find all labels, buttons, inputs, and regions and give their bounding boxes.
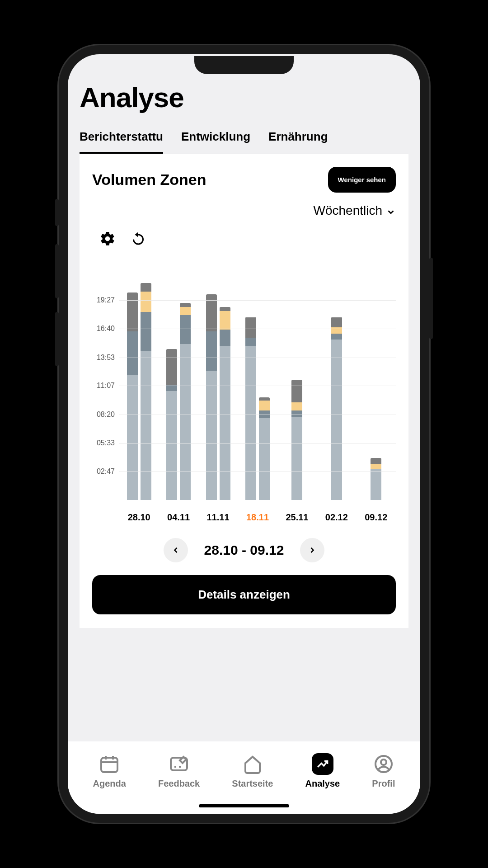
bar-segment-accent (141, 292, 151, 312)
tab-berichterstattu[interactable]: Berichterstattu (80, 130, 163, 154)
details-button[interactable]: Details anzeigen (92, 575, 396, 614)
bar-segment-base (180, 344, 191, 500)
bar-segment-accent (220, 311, 230, 330)
phone-frame: Analyse BerichterstattuEntwicklungErnähr… (59, 45, 429, 823)
bar-group (331, 317, 342, 500)
home-indicator (199, 804, 289, 807)
bar-planned[interactable] (371, 458, 381, 500)
nav-label: Startseite (232, 778, 273, 789)
chevron-down-icon (386, 206, 396, 216)
next-range-button[interactable] (300, 538, 324, 562)
nav-item-feedback[interactable]: Feedback (158, 753, 200, 789)
bar-group (291, 380, 302, 500)
svg-point-8 (381, 760, 386, 765)
bar-segment-top (245, 317, 256, 338)
bar-segment-top (141, 283, 151, 291)
startseite-icon (242, 753, 263, 775)
bar-actual[interactable] (259, 397, 270, 500)
bar-segment-mid (331, 334, 342, 340)
nav-item-analyse[interactable]: Analyse (305, 753, 340, 789)
bar-segment-base (331, 340, 342, 500)
x-tick-label: 18.11 (246, 512, 269, 523)
bar-segment-accent (291, 402, 302, 410)
bar-segment-base (245, 346, 256, 500)
show-less-button[interactable]: Weniger sehen (328, 167, 396, 193)
power-button (429, 258, 433, 339)
bar-segment-accent (371, 464, 381, 469)
bar-segment-mid (220, 330, 230, 346)
bar-actual[interactable] (180, 303, 191, 500)
nav-label: Feedback (158, 778, 200, 789)
y-tick-label: 19:27 (97, 296, 115, 304)
bar-group (371, 458, 381, 500)
bar-segment-top (291, 380, 302, 402)
bar-planned[interactable] (331, 317, 342, 500)
range-label: 28.10 - 09.12 (204, 542, 284, 558)
card-title: Volumen Zonen (92, 171, 206, 189)
x-tick-label: 04.11 (167, 512, 190, 523)
bar-segment-mid (141, 312, 151, 351)
nav-label: Profil (372, 778, 395, 789)
tab-ernährung[interactable]: Ernährung (268, 130, 328, 154)
nav-item-profil[interactable]: Profil (372, 753, 395, 789)
bar-planned[interactable] (291, 380, 302, 500)
nav-item-startseite[interactable]: Startseite (232, 753, 273, 789)
notch (194, 56, 294, 74)
screen: Analyse BerichterstattuEntwicklungErnähr… (68, 54, 420, 814)
x-tick-label: 28.10 (128, 512, 150, 523)
period-selector[interactable]: Wöchentlich (80, 193, 408, 218)
bar-segment-top (371, 458, 381, 464)
y-tick-label: 05:33 (97, 439, 115, 447)
x-tick-label: 02.12 (325, 512, 348, 523)
bar-segment-base (166, 391, 177, 500)
bar-segment-top (127, 292, 138, 331)
x-tick-label: 11.11 (207, 512, 230, 523)
bar-group (206, 294, 230, 500)
bar-group (245, 317, 270, 500)
bottom-nav: AgendaFeedbackStartseiteAnalyseProfil (68, 741, 420, 814)
x-tick-label: 09.12 (365, 512, 387, 523)
bar-segment-top (331, 317, 342, 328)
period-label: Wöchentlich (313, 203, 382, 218)
x-tick-label: 25.11 (286, 512, 308, 523)
bar-segment-base (206, 371, 217, 500)
bar-segment-base (220, 346, 230, 500)
bar-segment-base (291, 417, 302, 500)
bar-group (166, 303, 191, 500)
feedback-icon (168, 753, 190, 775)
nav-item-agenda[interactable]: Agenda (93, 753, 126, 789)
bar-planned[interactable] (166, 349, 177, 500)
svg-rect-4 (171, 758, 187, 770)
reset-icon[interactable] (130, 231, 146, 247)
bar-segment-top (166, 349, 177, 385)
y-tick-label: 16:40 (97, 325, 115, 333)
svg-rect-0 (101, 758, 117, 772)
bar-segment-top (180, 303, 191, 307)
volume-button (55, 199, 59, 226)
bar-segment-mid (245, 338, 256, 346)
bar-planned[interactable] (127, 292, 138, 500)
bar-planned[interactable] (245, 317, 256, 500)
profil-icon (373, 753, 394, 775)
bar-planned[interactable] (206, 294, 217, 500)
bar-segment-mid (127, 331, 138, 374)
gear-icon[interactable] (99, 231, 116, 247)
tab-entwicklung[interactable]: Entwicklung (181, 130, 250, 154)
bar-segment-accent (259, 401, 270, 411)
bar-segment-base (141, 351, 151, 500)
bar-segment-mid (180, 315, 191, 344)
nav-label: Agenda (93, 778, 126, 789)
bar-segment-top (220, 307, 230, 311)
bar-segment-base (371, 469, 381, 500)
bar-segment-mid (206, 331, 217, 370)
bar-segment-top (259, 397, 270, 401)
bar-segment-base (259, 418, 270, 500)
agenda-icon (99, 753, 120, 775)
prev-range-button[interactable] (164, 538, 188, 562)
volume-button (55, 312, 59, 366)
bar-actual[interactable] (141, 283, 151, 500)
y-tick-label: 08:20 (97, 410, 115, 419)
y-tick-label: 11:07 (97, 382, 115, 390)
volume-button (55, 244, 59, 298)
tabs: BerichterstattuEntwicklungErnährung (80, 130, 408, 154)
